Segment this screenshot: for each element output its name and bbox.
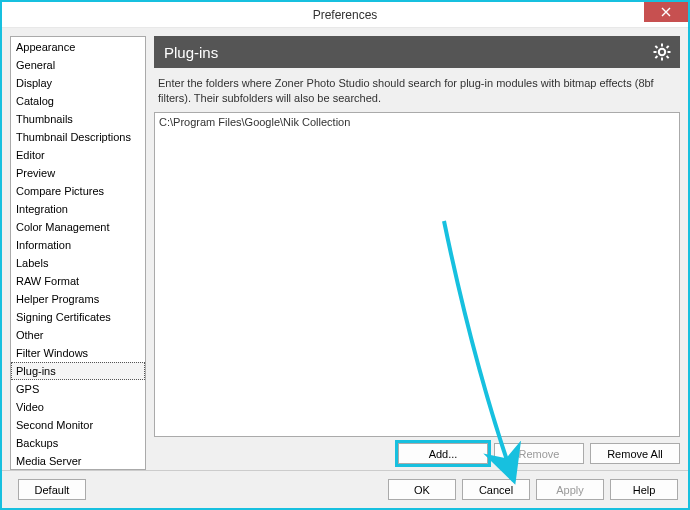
sidebar-item-plug-ins[interactable]: Plug-ins — [11, 362, 145, 380]
sidebar-item-labels[interactable]: Labels — [11, 254, 145, 272]
sidebar-item-second-monitor[interactable]: Second Monitor — [11, 416, 145, 434]
svg-rect-6 — [666, 55, 670, 59]
sidebar-item-other[interactable]: Other — [11, 326, 145, 344]
main-panel: Plug-ins — [154, 36, 680, 470]
sidebar-item-editor[interactable]: Editor — [11, 146, 145, 164]
dialog-footer: Default OK Cancel Apply Help — [2, 470, 688, 508]
sidebar-item-display[interactable]: Display — [11, 74, 145, 92]
gear-icon[interactable] — [652, 42, 672, 62]
help-button[interactable]: Help — [610, 479, 678, 500]
preferences-window: Preferences AppearanceGeneralDisplayCata… — [0, 0, 690, 510]
sidebar-item-thumbnails[interactable]: Thumbnails — [11, 110, 145, 128]
panel-header: Plug-ins — [154, 36, 680, 68]
svg-rect-5 — [655, 45, 659, 49]
sidebar-item-filter-windows[interactable]: Filter Windows — [11, 344, 145, 362]
sidebar-item-backups[interactable]: Backups — [11, 434, 145, 452]
category-sidebar[interactable]: AppearanceGeneralDisplayCatalogThumbnail… — [10, 36, 146, 470]
panel-title: Plug-ins — [164, 44, 218, 61]
svg-rect-3 — [654, 51, 657, 53]
folder-row[interactable]: C:\Program Files\Google\Nik Collection — [159, 115, 675, 129]
sidebar-item-signing-certificates[interactable]: Signing Certificates — [11, 308, 145, 326]
folder-list[interactable]: C:\Program Files\Google\Nik Collection — [154, 112, 680, 437]
sidebar-item-video[interactable]: Video — [11, 398, 145, 416]
sidebar-item-compare-pictures[interactable]: Compare Pictures — [11, 182, 145, 200]
content-area: AppearanceGeneralDisplayCatalogThumbnail… — [2, 30, 688, 470]
svg-rect-1 — [661, 44, 663, 47]
sidebar-item-raw-format[interactable]: RAW Format — [11, 272, 145, 290]
sidebar-item-catalog[interactable]: Catalog — [11, 92, 145, 110]
ok-button[interactable]: OK — [388, 479, 456, 500]
sidebar-item-preview[interactable]: Preview — [11, 164, 145, 182]
sidebar-item-media-server[interactable]: Media Server — [11, 452, 145, 470]
sidebar-item-thumbnail-descriptions[interactable]: Thumbnail Descriptions — [11, 128, 145, 146]
sidebar-item-general[interactable]: General — [11, 56, 145, 74]
sidebar-item-information[interactable]: Information — [11, 236, 145, 254]
folder-buttons-row: Add... Remove Remove All — [154, 437, 680, 470]
remove-all-button[interactable]: Remove All — [590, 443, 680, 464]
sidebar-item-integration[interactable]: Integration — [11, 200, 145, 218]
svg-rect-8 — [655, 55, 659, 59]
svg-point-0 — [659, 49, 665, 55]
sidebar-item-gps[interactable]: GPS — [11, 380, 145, 398]
svg-rect-4 — [668, 51, 671, 53]
svg-rect-2 — [661, 58, 663, 61]
add-button[interactable]: Add... — [398, 443, 488, 464]
sidebar-item-helper-programs[interactable]: Helper Programs — [11, 290, 145, 308]
default-button[interactable]: Default — [18, 479, 86, 500]
close-icon — [661, 7, 671, 17]
cancel-button[interactable]: Cancel — [462, 479, 530, 500]
remove-button[interactable]: Remove — [494, 443, 584, 464]
panel-description: Enter the folders where Zoner Photo Stud… — [154, 68, 680, 112]
svg-rect-7 — [666, 45, 670, 49]
close-button[interactable] — [644, 2, 688, 22]
apply-button[interactable]: Apply — [536, 479, 604, 500]
sidebar-item-color-management[interactable]: Color Management — [11, 218, 145, 236]
sidebar-item-appearance[interactable]: Appearance — [11, 38, 145, 56]
window-title: Preferences — [313, 8, 378, 22]
titlebar: Preferences — [2, 2, 688, 28]
